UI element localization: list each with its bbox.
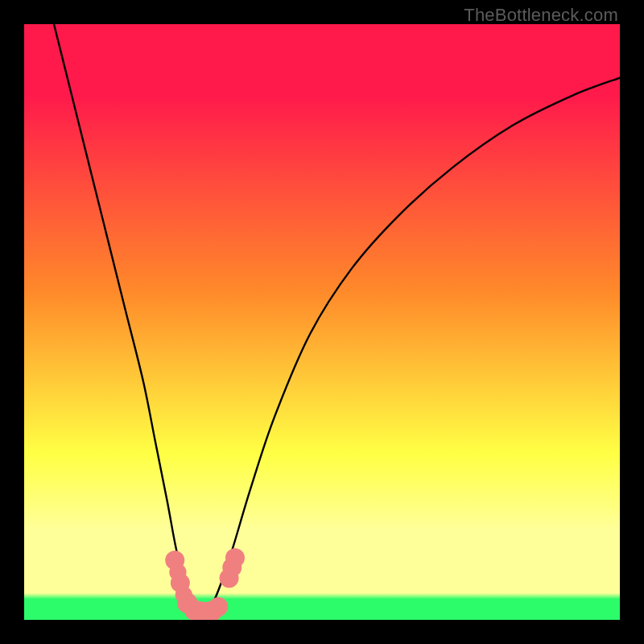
watermark-text: TheBottleneck.com [464,5,618,26]
chart-stage: TheBottleneck.com [0,0,644,644]
highlight-dot [225,548,245,568]
plot-area [24,24,620,620]
curve-layer [24,24,620,620]
highlight-dots [165,548,245,620]
bottleneck-curve [54,24,620,612]
highlight-dot [208,597,228,617]
